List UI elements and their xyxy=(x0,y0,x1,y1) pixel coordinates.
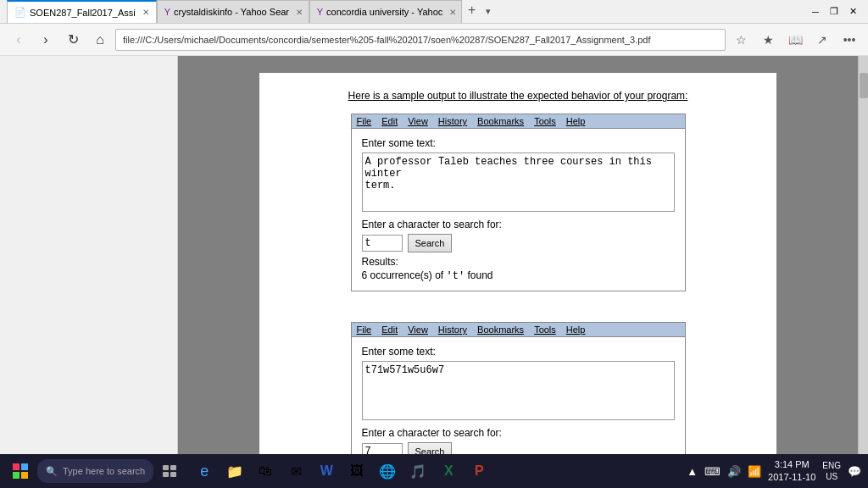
tab-crystaldiskinfo[interactable]: Y crystaldiskinfo - Yahoo Sear ✕ xyxy=(157,0,309,23)
taskbar-speaker-icon[interactable]: 🔊 xyxy=(727,465,741,478)
taskbar-chrome-icon[interactable]: 🌐 xyxy=(374,458,401,485)
menu-tools-1[interactable]: Tools xyxy=(534,116,556,126)
taskbar-excel-icon[interactable]: X xyxy=(435,458,462,485)
bookmark-button[interactable]: ★ xyxy=(756,28,780,52)
taskbar-mail-icon[interactable]: ✉ xyxy=(282,458,309,485)
taskbar-network-icon[interactable]: 📶 xyxy=(748,465,761,478)
tab-label-crystaldiskinfo: crystaldiskinfo - Yahoo Sear xyxy=(174,7,289,17)
taskbar-edge-icon[interactable]: e xyxy=(191,458,218,485)
tab-icon-soen: 📄 xyxy=(14,7,26,18)
taskbar-country-code: US xyxy=(822,471,841,482)
taskbar-search-box[interactable]: 🔍 Type here to search xyxy=(37,459,153,483)
taskbar-notification-icon[interactable]: 💬 xyxy=(848,465,861,478)
nav-bar: ‹ › ↻ ⌂ ☆ ★ 📖 ↗ ••• xyxy=(0,24,868,56)
svg-rect-3 xyxy=(21,472,28,479)
app-menubar-1: File Edit View History Bookmarks Tools H… xyxy=(352,114,685,129)
pdf-area[interactable]: Here is a sample output to illustrate th… xyxy=(178,56,858,454)
search-input-1[interactable] xyxy=(362,235,403,252)
scrollbar-thumb[interactable] xyxy=(860,73,868,98)
taskbar-ppt-icon[interactable]: P xyxy=(465,458,492,485)
tab-close-crystaldiskinfo[interactable]: ✕ xyxy=(296,8,303,17)
menu-help-1[interactable]: Help xyxy=(566,116,586,126)
menu-tools-2[interactable]: Tools xyxy=(534,324,556,335)
menu-file-1[interactable]: File xyxy=(357,116,372,126)
minimize-button[interactable]: ─ xyxy=(807,3,824,20)
results-text-1: 6 occurrence(s) of 't' found xyxy=(362,269,675,282)
refresh-button[interactable]: ↻ xyxy=(61,28,85,52)
search-input-2[interactable] xyxy=(362,443,403,454)
results-label-1: Results: xyxy=(362,256,675,268)
back-button[interactable]: ‹ xyxy=(7,28,31,52)
menu-view-2[interactable]: View xyxy=(408,324,428,335)
tab-close-concordia[interactable]: ✕ xyxy=(449,8,456,17)
more-button[interactable]: ••• xyxy=(837,28,861,52)
home-button[interactable]: ⌂ xyxy=(88,28,112,52)
search-button-1[interactable]: Search xyxy=(408,234,453,252)
taskbar-store-icon[interactable]: 🛍 xyxy=(252,458,279,485)
menu-edit-1[interactable]: Edit xyxy=(381,116,398,126)
title-bar: 📄 SOEN287_Fall2017_Assi ✕ Y crystaldiski… xyxy=(0,0,868,24)
task-view-icon xyxy=(163,465,178,477)
menu-file-2[interactable]: File xyxy=(357,324,372,335)
taskbar-lang: ENG US xyxy=(822,460,841,482)
close-button[interactable]: ✕ xyxy=(844,3,861,20)
menu-history-1[interactable]: History xyxy=(438,116,467,126)
taskbar-search-label: Type here to search xyxy=(63,466,145,476)
taskbar-arrow-up[interactable]: ▲ xyxy=(687,465,698,478)
tab-soen[interactable]: 📄 SOEN287_Fall2017_Assi ✕ xyxy=(7,0,157,23)
address-bar[interactable] xyxy=(115,29,726,51)
taskbar-word-icon[interactable]: W xyxy=(313,458,340,485)
search-row-2: Search xyxy=(362,442,675,454)
tab-list: 📄 SOEN287_Fall2017_Assi ✕ Y crystaldiski… xyxy=(7,0,797,23)
taskbar-explorer-icon[interactable]: 📁 xyxy=(221,458,248,485)
read-mode-button[interactable]: 📖 xyxy=(783,28,807,52)
taskbar-time[interactable]: 3:14 PM 2017-11-10 xyxy=(768,458,815,485)
tab-controls: ▾ xyxy=(486,0,491,23)
text-input-1[interactable]: A professor Taleb teaches three courses … xyxy=(362,152,675,212)
share-button[interactable]: ↗ xyxy=(810,28,834,52)
svg-rect-0 xyxy=(13,463,19,470)
new-tab-button[interactable]: + xyxy=(462,0,482,20)
menu-help-2[interactable]: Help xyxy=(566,324,586,335)
enter-text-label-1: Enter some text: xyxy=(362,137,675,149)
taskbar-date-display: 2017-11-10 xyxy=(768,471,815,484)
taskbar-right: ▲ ⌨ 🔊 📶 3:14 PM 2017-11-10 ENG US 💬 xyxy=(687,458,861,485)
tab-close-soen[interactable]: ✕ xyxy=(142,8,149,17)
nav-icons: ☆ ★ 📖 ↗ ••• xyxy=(729,28,861,52)
menu-history-2[interactable]: History xyxy=(438,324,467,335)
search-char-label-1: Enter a character to search for: xyxy=(362,219,675,230)
taskbar-music-icon[interactable]: 🎵 xyxy=(404,458,431,485)
favorites-button[interactable]: ☆ xyxy=(729,28,753,52)
pdf-page: Here is a sample output to illustrate th… xyxy=(259,73,776,454)
app-body-1: Enter some text: A professor Taleb teach… xyxy=(352,129,685,291)
forward-button[interactable]: › xyxy=(34,28,58,52)
restore-button[interactable]: ❐ xyxy=(826,3,843,20)
search-button-2[interactable]: Search xyxy=(408,442,453,454)
main-content: Here is a sample output to illustrate th… xyxy=(0,56,868,454)
app-menubar-2: File Edit View History Bookmarks Tools H… xyxy=(352,323,685,337)
taskbar-time-display: 3:14 PM xyxy=(768,458,815,471)
menu-view-1[interactable]: View xyxy=(408,116,428,126)
tab-icon-concordia: Y xyxy=(317,7,323,17)
windows-icon xyxy=(12,463,29,480)
tab-label-concordia: concordia university - Yahoc xyxy=(326,7,442,17)
task-view-button[interactable] xyxy=(157,458,184,485)
svg-rect-1 xyxy=(21,463,28,470)
svg-rect-4 xyxy=(163,465,169,470)
taskbar-photos-icon[interactable]: 🖼 xyxy=(343,458,370,485)
start-button[interactable] xyxy=(7,458,34,485)
tab-label-soen: SOEN287_Fall2017_Assi xyxy=(30,8,136,18)
taskbar-apps: e 📁 🛍 ✉ W 🖼 🌐 🎵 X P xyxy=(191,458,492,485)
search-row-1: Search xyxy=(362,234,675,252)
menu-edit-2[interactable]: Edit xyxy=(381,324,398,335)
taskbar-lang-code: ENG xyxy=(822,460,841,471)
menu-bookmarks-1[interactable]: Bookmarks xyxy=(477,116,524,126)
svg-rect-2 xyxy=(13,472,19,479)
text-input-2[interactable]: t71w571w5u6w7 xyxy=(362,361,675,420)
taskbar-search-icon: 🔍 xyxy=(46,466,58,477)
tab-list-button[interactable]: ▾ xyxy=(486,6,491,17)
search-char-label-2: Enter a character to search for: xyxy=(362,427,675,439)
tab-concordia[interactable]: Y concordia university - Yahoc ✕ xyxy=(309,0,462,23)
menu-bookmarks-2[interactable]: Bookmarks xyxy=(477,324,524,335)
scrollbar[interactable] xyxy=(858,56,868,454)
